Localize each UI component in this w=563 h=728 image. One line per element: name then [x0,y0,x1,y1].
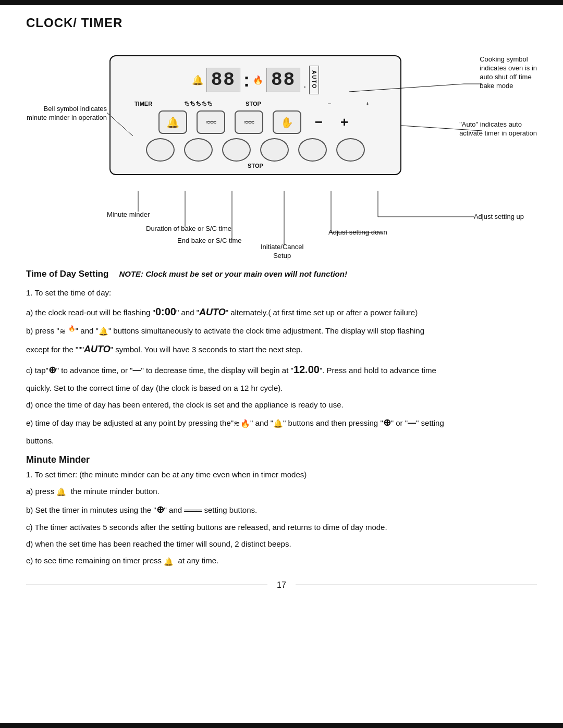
time-of-day-header: Time of Day Setting NOTE: Clock must be … [26,269,537,279]
initiate-cancel-ann: Initiate/CancelSetup [261,243,303,261]
plus-button[interactable]: + [336,114,352,130]
auto-indicates-note: "Auto" indicates autoactivate timer in o… [459,120,537,138]
page-number: 17 [267,581,296,590]
stop-top-label: STOP [239,101,268,107]
page-number-row: 17 [26,581,537,590]
step-b2: except for the """AUTO" symbol. You will… [26,342,537,357]
bell-symbol-note: Bell symbol indicates minute minder in o… [26,105,107,122]
minus-button[interactable]: − [311,114,327,130]
display-colon: : [243,69,250,91]
mm-step-b: b) Set the timer in minutes using the "⊕… [26,502,537,517]
diagram-container: Bell symbol indicates minute minder in o… [26,40,537,258]
round-button-1[interactable] [146,138,175,162]
minute-minder-ann: Minute minder [107,211,150,219]
wave-icon-1: ≈≈≈ [206,118,215,126]
display-left-digits: 88 [206,68,240,92]
plus-icon-mm: ⊕ [156,504,164,515]
minute-minder-title: Minute Minder [26,454,537,465]
step-e2: buttons. [26,435,537,447]
auto-text-a: AUTO [199,307,226,317]
mm-step1: 1. To set timer: (the minute minder can … [26,468,537,481]
bell-icon-mm-e: 🔔 [164,556,174,568]
duration-bake-ann: Duration of bake or S/C time [146,225,231,233]
minus-label: − [315,101,344,107]
step-c2: quickly. Set to the correct time of day … [26,382,537,394]
tods-label: Time of Day Setting [26,269,108,279]
wave-button-2[interactable]: ≈≈≈ [235,110,263,134]
main-text: Time of Day Setting NOTE: Clock must be … [26,269,537,590]
page-line-left [26,585,267,586]
step-d: d) once the time of day has been entered… [26,399,537,411]
cooking-symbol-note: Cooking symbolindicates oven is inauto s… [480,55,537,91]
minus-icon-c: — [132,366,141,375]
top-label-row: TIMER ちちちちち STOP − + [116,100,395,107]
time-1200: 12.00 [293,364,320,375]
mm-step-a: a) press 🔔 the minute minder button. [26,485,537,498]
wave-icon-2: ≈≈≈ [244,118,253,126]
timer-button[interactable]: 🔔 [158,110,187,134]
adjust-down-ann: Adjust setting down [328,228,387,237]
step1-intro: 1. To set the time of day: [26,287,537,299]
bell-icon: 🔔 [166,116,179,129]
flashing-time: 0:00 [155,306,176,317]
round-button-6[interactable] [336,138,365,162]
wave-icon-b: ≋ [59,325,66,338]
round-button-3[interactable] [222,138,251,162]
plus-icon-c: ⊕ [48,365,56,375]
mm-step-c: c) The timer activates 5 seconds after t… [26,521,537,534]
top-border [0,0,563,5]
display-dot: · [303,81,306,92]
wave-sub-icon: 🔥 [68,325,76,331]
step-e: e) time of day may be adjusted at any po… [26,415,537,430]
tods-note: NOTE: Clock must be set or your main ove… [119,269,347,278]
bell-icon-e: 🔔 [273,417,283,430]
mm-step-e: e) to see time remaining on timer press … [26,554,537,567]
round-button-2[interactable] [184,138,213,162]
round-button-5[interactable] [298,138,327,162]
step-a: a) the clock read-out will be flashing "… [26,303,537,320]
and-text: and [314,418,331,427]
display-row: 🔔 88 : 🔥 88 · AUTO [116,66,395,94]
auto-text-b: AUTO [84,344,111,354]
wave-icon-e: ≋🔥 [234,417,250,430]
plus-icon-e: ⊕ [383,417,391,428]
bottom-buttons-row [116,138,395,162]
section-title: CLOCK/ TIMER [26,16,537,30]
bell-icon-b: 🔔 [99,325,108,338]
mm-step-d: d) when the set time has been reached th… [26,538,537,550]
hand-stop-button[interactable]: ✋ [273,110,301,134]
bottom-border [0,723,563,728]
step-b: b) press "≋ 🔥" and "🔔" buttons simultane… [26,324,537,338]
plus-label: + [353,101,382,107]
top-buttons-row: 🔔 ≈≈≈ ≈≈≈ ✋ − + [116,110,395,134]
round-button-4[interactable] [260,138,289,162]
adjust-up-ann: Adjust setting up [474,213,524,221]
end-bake-ann: End bake or S/C time [177,237,242,245]
wave-button-1[interactable]: ≈≈≈ [197,110,225,134]
display-right-digits: 88 [266,68,300,92]
auto-indicator: AUTO [309,66,319,94]
timer-label: TIMER [129,101,158,107]
bell-icon-mm-a: 🔔 [56,486,66,498]
fire-display-icon: 🔥 [253,75,263,85]
page-line-right [296,585,537,586]
wave-label: ちちちちち [167,100,230,107]
minus-icon-mm: ═══ [184,506,202,515]
stop-bottom-label: STOP [116,163,395,169]
minus-icon-e: — [408,418,416,427]
step-c: c) tap"⊕" to advance time, or "—" to dec… [26,361,537,378]
hand-icon: ✋ [280,116,293,129]
bell-display-icon: 🔔 [192,75,203,86]
control-panel: 🔔 88 : 🔥 88 · AUTO TIMER ちちちちち STOP [109,55,401,175]
